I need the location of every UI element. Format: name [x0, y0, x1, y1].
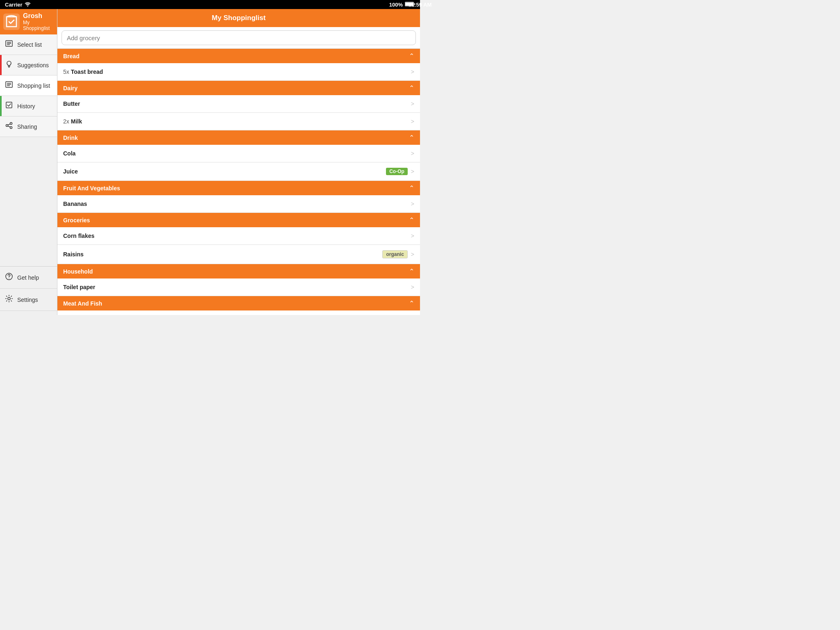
main-title: My Shoppinglist: [212, 14, 265, 22]
cola-chevron-icon: >: [411, 150, 414, 157]
category-title-fruit-vegetables: Fruit And Vegetables: [63, 185, 120, 192]
list-item-chicken[interactable]: Chicken >: [57, 310, 420, 315]
time-display: 11:59 AM: [409, 2, 420, 8]
status-bar-left: Carrier: [5, 2, 31, 8]
milk-chevron-icon: >: [411, 118, 414, 125]
list-item-bananas[interactable]: Bananas >: [57, 195, 420, 213]
bread-chevron-icon: ⌃: [409, 52, 414, 60]
app-name: Grosh: [23, 12, 54, 20]
sidebar-item-sharing[interactable]: Sharing: [0, 116, 57, 137]
svg-point-23: [8, 297, 10, 300]
app-container: Grosh My Shoppinglist Select list: [0, 9, 420, 315]
drink-chevron-icon: ⌃: [409, 134, 414, 142]
toast-bread-quantity: 5x: [63, 68, 69, 75]
raisins-name: Raisins: [63, 251, 84, 258]
lightbulb-icon: [5, 60, 13, 70]
household-chevron-icon: ⌃: [409, 267, 414, 275]
list-item-cola[interactable]: Cola >: [57, 145, 420, 162]
list-item-raisins[interactable]: Raisins organic >: [57, 245, 420, 264]
main-content: My Shoppinglist Bread ⌃ 5x Toast bread >: [57, 9, 420, 315]
search-bar-container: [57, 27, 420, 49]
svg-point-22: [9, 278, 9, 278]
raisins-chevron-icon: >: [411, 251, 414, 258]
battery-label: 100%: [389, 2, 403, 8]
toilet-paper-chevron-icon: >: [411, 284, 414, 290]
category-header-drink[interactable]: Drink ⌃: [57, 130, 420, 145]
history-icon: [5, 101, 13, 111]
category-title-bread: Bread: [63, 53, 80, 59]
shopping-list-icon: [5, 80, 13, 91]
category-header-bread[interactable]: Bread ⌃: [57, 49, 420, 63]
list-icon: [5, 39, 13, 50]
list-item-juice[interactable]: Juice Co-Op >: [57, 162, 420, 181]
sidebar-item-history[interactable]: History: [0, 96, 57, 116]
bananas-name: Bananas: [63, 201, 87, 207]
svg-point-0: [27, 5, 28, 6]
svg-point-17: [6, 125, 8, 127]
list-item-corn-flakes[interactable]: Corn flakes >: [57, 227, 420, 245]
category-header-dairy[interactable]: Dairy ⌃: [57, 81, 420, 95]
bananas-chevron-icon: >: [411, 201, 414, 207]
sidebar-header: Grosh My Shoppinglist: [0, 9, 57, 34]
sidebar-header-text: Grosh My Shoppinglist: [23, 12, 54, 31]
list-item-toilet-paper[interactable]: Toilet paper >: [57, 278, 420, 296]
app-logo: [3, 14, 20, 30]
raisins-organic-tag: organic: [382, 250, 407, 258]
carrier-label: Carrier: [5, 2, 23, 8]
toast-bread-name: Toast bread: [71, 68, 103, 75]
sidebar-bottom: Get help Settings: [0, 266, 57, 315]
milk-quantity: 2x: [63, 118, 69, 125]
wifi-icon: [25, 2, 31, 8]
sidebar-item-select-list-label: Select list: [17, 41, 42, 48]
category-header-household[interactable]: Household ⌃: [57, 264, 420, 278]
meat-fish-chevron-icon: ⌃: [409, 299, 414, 307]
butter-chevron-icon: >: [411, 100, 414, 107]
corn-flakes-chevron-icon: >: [411, 233, 414, 239]
history-indicator: [0, 96, 2, 116]
share-icon: [5, 121, 13, 132]
corn-flakes-name: Corn flakes: [63, 233, 94, 239]
help-icon: [5, 272, 13, 283]
juice-coop-tag: Co-Op: [386, 168, 408, 175]
list-name: My Shoppinglist: [23, 20, 54, 31]
settings-icon: [5, 294, 13, 305]
sidebar-item-suggestions[interactable]: Suggestions: [0, 55, 57, 75]
list-item-toast-bread[interactable]: 5x Toast bread >: [57, 63, 420, 81]
sidebar-item-shopping-list-label: Shopping list: [17, 82, 50, 89]
get-help-label: Get help: [17, 274, 39, 281]
juice-name: Juice: [63, 168, 78, 175]
cola-name: Cola: [63, 150, 75, 157]
dairy-chevron-icon: ⌃: [409, 84, 414, 92]
svg-line-20: [8, 126, 10, 127]
get-help-item[interactable]: Get help: [0, 267, 57, 289]
sidebar-item-shopping-list[interactable]: Shopping list: [0, 75, 57, 96]
suggestions-indicator: [0, 55, 2, 75]
svg-rect-15: [6, 102, 12, 108]
milk-name: Milk: [71, 118, 82, 125]
toast-bread-chevron-icon: >: [411, 68, 414, 75]
category-title-household: Household: [63, 268, 93, 275]
category-title-meat-fish: Meat And Fish: [63, 300, 102, 307]
category-header-meat-fish[interactable]: Meat And Fish ⌃: [57, 296, 420, 310]
category-header-groceries[interactable]: Groceries ⌃: [57, 213, 420, 227]
svg-line-19: [8, 124, 10, 125]
sidebar-nav: Select list Suggestions: [0, 34, 57, 266]
sidebar-item-sharing-label: Sharing: [17, 123, 37, 130]
sidebar: Grosh My Shoppinglist Select list: [0, 9, 57, 315]
settings-label: Settings: [17, 297, 38, 303]
groceries-chevron-icon: ⌃: [409, 216, 414, 224]
svg-point-18: [10, 127, 12, 129]
juice-chevron-icon: >: [411, 168, 414, 175]
list-item-butter[interactable]: Butter >: [57, 95, 420, 113]
toilet-paper-name: Toilet paper: [63, 284, 95, 290]
list-item-milk[interactable]: 2x Milk >: [57, 113, 420, 130]
category-title-groceries: Groceries: [63, 217, 90, 224]
sidebar-item-select-list[interactable]: Select list: [0, 34, 57, 55]
butter-name: Butter: [63, 100, 80, 107]
sidebar-item-history-label: History: [17, 103, 35, 110]
category-header-fruit-vegetables[interactable]: Fruit And Vegetables ⌃: [57, 181, 420, 195]
fruit-veg-chevron-icon: ⌃: [409, 184, 414, 192]
settings-item[interactable]: Settings: [0, 289, 57, 311]
add-grocery-input[interactable]: [62, 30, 416, 45]
shopping-list: Bread ⌃ 5x Toast bread > Dairy ⌃ Butter: [57, 49, 420, 315]
